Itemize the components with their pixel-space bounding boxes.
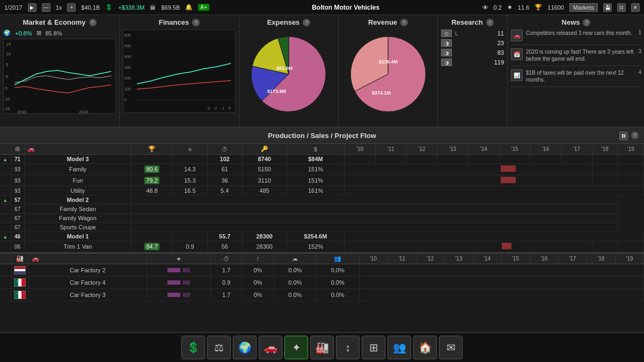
fh-y11: '11 — [387, 254, 416, 264]
finances-help-btn[interactable]: ? — [192, 19, 200, 26]
f2-blank — [0, 264, 11, 277]
flag-mx-icon: ★ — [14, 278, 26, 287]
expenses-chart: $83.6M $173.9M — [243, 30, 335, 115]
market-toolbar-btn[interactable]: 🌍 — [233, 336, 257, 359]
research-help-btn[interactable]: ? — [486, 19, 494, 26]
table-row-fun[interactable]: 93 Fun 79.2 15.3 36 3110 151% — [0, 175, 644, 186]
fh-name: 🚗 — [28, 254, 147, 264]
col-num: ⊞ — [11, 144, 24, 155]
utility-num: 93 — [11, 186, 24, 196]
table-row-model1[interactable]: ▲ 46 Model 1 55.7 28300 $254.6M — [0, 232, 644, 241]
f4-flag: ★ — [11, 277, 28, 289]
svg-rect-27 — [411, 165, 507, 172]
window-btn[interactable]: ⊡ — [617, 3, 626, 12]
col-y14: '14 — [469, 144, 500, 155]
svg-text:5: 5 — [6, 62, 9, 67]
f4-blank — [0, 277, 11, 289]
model2-name: Model 2 — [24, 196, 131, 205]
finances-toolbar-btn[interactable]: 💲 — [181, 336, 205, 359]
revenue-panel: Revenue ? $138.4M $374.1M — [339, 15, 438, 127]
table-row-model3[interactable]: ▲ 71 Model 3 102 8740 $84M — [0, 155, 644, 164]
f2-v3: 0.0% — [274, 264, 317, 277]
prod-layout-btn[interactable]: ⊟ — [619, 132, 628, 140]
col-trophy: 🏆 — [131, 144, 173, 155]
cash-icon: 💲 — [105, 4, 113, 11]
hq-toolbar-btn[interactable]: 🏠 — [413, 336, 437, 359]
fh-people: 👥 — [317, 254, 360, 264]
svg-rect-32 — [502, 243, 511, 249]
fun-tri — [0, 175, 11, 186]
f4-bar-inner — [167, 280, 180, 285]
family-val2: 14.3 — [173, 164, 208, 175]
fh-y14: '14 — [473, 254, 501, 264]
panels-row: Market & Economy ? 🌍 +0.8% ⊞ 85.8% 15 10… — [0, 15, 644, 128]
supply-toolbar-btn[interactable]: ↕ — [336, 336, 360, 359]
tv-val4: 28300 — [242, 241, 287, 252]
bottom-toolbar: 💲 ⚖ 🌍 🚗 ✦ 🏭 ↕ ⊞ 👥 🏠 ✉ — [0, 332, 644, 362]
col-y19: '19 — [618, 144, 643, 155]
fw-tri — [0, 214, 11, 223]
top-bar: 1/2017 ▶ — 1x + $40.1B 💲 +$338.3M 🏛 $69.… — [0, 0, 644, 15]
manage-toolbar-btn[interactable]: ⊞ — [362, 336, 385, 359]
fw-name: Family Wagon — [24, 214, 131, 223]
prod-help-btn[interactable]: ? — [631, 132, 639, 139]
svg-rect-30 — [501, 177, 516, 183]
factory-row-3[interactable]: ★ Car Factory 3 1.7 0% 0.0% 0.0% — [0, 289, 644, 301]
revenue-header: Revenue ? — [342, 18, 434, 26]
table-row-family[interactable]: 93 Family 80.6 14.3 61 5150 151% — [0, 164, 644, 175]
production-title: Production / Sales / Project Flow — [268, 132, 376, 140]
star-icon: ★ — [507, 4, 513, 11]
table-row-model2[interactable]: ▲ 57 Model 2 — [0, 196, 644, 205]
f4-timeline — [359, 277, 643, 289]
staff-toolbar-btn[interactable]: 👥 — [387, 336, 411, 359]
production-tbody: ▲ 71 Model 3 102 8740 $84M — [0, 155, 644, 252]
fun-y19 — [618, 175, 643, 186]
cars-toolbar-btn[interactable]: 🚗 — [259, 336, 282, 359]
news-help-btn[interactable]: ? — [583, 19, 590, 26]
factory-row-4[interactable]: ★ Car Factory 4 0.9 0% 0.0% 0.0% — [0, 277, 644, 289]
mail-toolbar-btn[interactable]: ✉ — [439, 336, 463, 359]
pause-btn[interactable]: — — [42, 3, 50, 12]
f2-name: Car Factory 2 — [28, 264, 147, 277]
col-y12: '12 — [406, 144, 437, 155]
factory-section: 🏭 🚗 ♥ ⏱ ! ☁ 👥 '10 '11 '1 — [0, 252, 644, 301]
expenses-help-btn[interactable]: ? — [303, 19, 310, 26]
tv-val5: 152% — [287, 241, 345, 252]
tv-val2: 0.9 — [173, 241, 208, 252]
sc-tri — [0, 223, 11, 232]
table-row-familywagon[interactable]: 67 Family Wagon — [0, 214, 644, 223]
markets-btn[interactable]: Markets — [569, 3, 598, 12]
market-help-btn[interactable]: ? — [89, 19, 97, 26]
table-row-familysedan[interactable]: 67 Family Sedan — [0, 205, 644, 214]
fun-timeline-bar — [409, 176, 528, 184]
col-bars: ≡ — [173, 144, 208, 155]
revenue-help-btn[interactable]: ? — [400, 19, 408, 26]
family-timeline — [345, 164, 592, 175]
news-list: 🚗 Competitors released 3 new cars this m… — [511, 30, 641, 87]
balance-toolbar-btn[interactable]: ⚖ — [207, 336, 231, 359]
table-row-sportscoupe[interactable]: 67 Sports Coupe — [0, 223, 644, 232]
table-row-utility[interactable]: 93 Utility 48.8 16.5 5.4 485 161% — [0, 186, 644, 196]
model1-timeline — [345, 232, 644, 241]
news-icon-tax: 📊 — [511, 69, 523, 81]
play-btn[interactable]: ▶ — [28, 3, 36, 12]
factory-row-2[interactable]: Car Factory 2 1.7 0% 0.0% 0.0% — [0, 264, 644, 277]
f2-bar — [147, 264, 211, 277]
close-btn[interactable]: ✕ — [631, 3, 640, 12]
col-y15: '15 — [499, 144, 530, 155]
research-row-2: ◑ 23 — [441, 39, 504, 47]
f3-flag: ★ — [11, 289, 28, 301]
table-row-trim1van[interactable]: 06 Trim 1 Van 84.7 0.9 56 28300 152% — [0, 241, 644, 252]
fun-val3: 36 — [207, 175, 242, 186]
score-val: 11.6 — [518, 4, 529, 11]
save-btn[interactable]: 💾 — [603, 3, 612, 12]
col-name: 🚗 — [24, 144, 131, 155]
flow-toolbar-btn[interactable]: ✦ — [284, 336, 308, 359]
news-header: News ? — [511, 18, 641, 26]
f3-v2: 0% — [242, 289, 274, 301]
finances-header: Finances ? — [123, 18, 236, 26]
factory-toolbar-btn[interactable]: 🏭 — [310, 336, 334, 359]
speed-btn[interactable]: + — [67, 3, 76, 12]
fun-val4: 3110 — [242, 175, 287, 186]
balance-display: $69.5B — [161, 4, 180, 11]
